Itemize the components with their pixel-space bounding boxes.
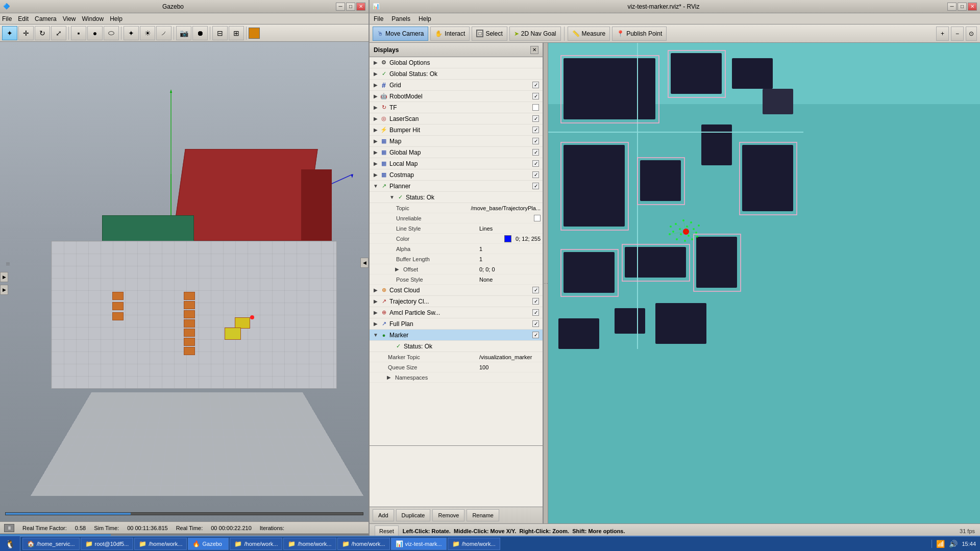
taskbar-item-5[interactable]: 📁 /home/work...: [283, 538, 336, 550]
gazebo-select-tool-btn[interactable]: ✦: [2, 26, 17, 40]
gazebo-snap-btn[interactable]: ⊞: [229, 26, 244, 40]
gazebo-sphere-btn[interactable]: ●: [87, 26, 103, 40]
rviz-map-viewport[interactable]: [548, 43, 980, 523]
zoom-out-btn[interactable]: −: [951, 27, 964, 41]
expand-fullplan[interactable]: ▶: [372, 320, 380, 328]
tree-item-global-options[interactable]: ▶ ⚙ Global Options: [370, 57, 543, 68]
pause-btn[interactable]: ⏸: [4, 524, 14, 532]
gazebo-box-btn[interactable]: ▪: [71, 26, 86, 40]
tree-item-localmap[interactable]: ▶ ▦ Local Map ✓: [370, 158, 543, 169]
tree-item-globalmap[interactable]: ▶ ▦ Global Map ✓: [370, 147, 543, 158]
taskbar-item-1[interactable]: 📁 root@10df5...: [81, 538, 134, 550]
reset-btn[interactable]: Reset: [375, 525, 399, 537]
rviz-menu-file[interactable]: File: [374, 15, 383, 22]
expand-amcl[interactable]: ▶: [372, 309, 380, 317]
taskbar-item-4[interactable]: 📁 /home/work...: [230, 538, 282, 550]
planner-checkbox[interactable]: ✓: [532, 183, 539, 189]
grid-checkbox[interactable]: ✓: [532, 82, 539, 88]
remove-display-btn[interactable]: Remove: [432, 509, 464, 521]
marker-status[interactable]: ✓ Status: Ok: [370, 341, 543, 352]
expand-marker-status[interactable]: [388, 342, 394, 350]
tree-item-marker[interactable]: ▼ ● Marker ✓: [370, 330, 543, 341]
fit-view-btn[interactable]: ⊙: [966, 27, 977, 41]
expand-laserscan[interactable]: ▶: [372, 115, 380, 123]
gazebo-color-picker[interactable]: [249, 28, 260, 39]
collapse-left-btn[interactable]: ◀: [360, 258, 369, 268]
tree-item-global-status[interactable]: ▶ ✓ Global Status: Ok: [370, 68, 543, 80]
move-camera-btn[interactable]: 🖱 Move Camera: [373, 27, 428, 41]
color-swatch[interactable]: [504, 235, 511, 242]
expand-global-status[interactable]: ▶: [372, 70, 380, 78]
expand-trajectory[interactable]: ▶: [372, 297, 380, 306]
gazebo-align-btn[interactable]: ⊟: [212, 26, 228, 40]
tree-item-map[interactable]: ▶ ▦ Map ✓: [370, 136, 543, 147]
laserscan-checkbox[interactable]: ✓: [532, 115, 539, 122]
expand-global-options[interactable]: ▶: [372, 59, 380, 67]
globalmap-checkbox[interactable]: ✓: [532, 149, 539, 156]
tree-item-robotmodel[interactable]: ▶ 🤖 RobotModel ✓: [370, 91, 543, 102]
expand-offset[interactable]: ▶: [393, 265, 401, 273]
expand-left-btn2[interactable]: ▶: [0, 285, 8, 295]
duplicate-display-btn[interactable]: Duplicate: [396, 509, 431, 521]
tree-item-costmap[interactable]: ▶ ▦ Costmap ✓: [370, 169, 543, 181]
tree-item-bumperhit[interactable]: ▶ ⚡ Bumper Hit ✓: [370, 124, 543, 136]
gazebo-directional-btn[interactable]: ⟋: [156, 26, 172, 40]
taskbar-item-3[interactable]: 🔥 Gazebo: [188, 538, 229, 550]
expand-bumperhit[interactable]: ▶: [372, 126, 380, 134]
localmap-checkbox[interactable]: ✓: [532, 160, 539, 167]
expand-map[interactable]: ▶: [372, 137, 380, 145]
expand-globalmap[interactable]: ▶: [372, 148, 380, 157]
select-btn[interactable]: □ Select: [472, 27, 507, 41]
rviz-close-btn[interactable]: ✕: [968, 3, 977, 11]
expand-left-btn[interactable]: ▶: [0, 272, 8, 282]
zoom-in-btn[interactable]: +: [936, 27, 949, 41]
gazebo-menu-edit[interactable]: Edit: [18, 15, 29, 22]
gazebo-screenshot-btn[interactable]: 📷: [176, 26, 191, 40]
gazebo-viewport[interactable]: ◀ ▶ ▶ ||| ⤡: [0, 42, 369, 521]
nav-goal-btn[interactable]: ➤ 2D Nav Goal: [509, 27, 561, 41]
amcl-checkbox[interactable]: ✓: [532, 309, 539, 316]
robotmodel-checkbox[interactable]: ✓: [532, 93, 539, 99]
resize-handle[interactable]: ⤡: [363, 515, 368, 520]
gazebo-menu-camera[interactable]: Camera: [35, 15, 57, 22]
expand-planner[interactable]: ▼: [372, 182, 380, 190]
taskbar-item-2[interactable]: 📁 /home/work...: [134, 538, 187, 550]
gazebo-sun-btn[interactable]: ☀: [140, 26, 155, 40]
unreliable-checkbox[interactable]: [534, 215, 541, 221]
tree-item-amcl[interactable]: ▶ ⊕ Amcl Particle Sw... ✓: [370, 307, 543, 318]
gazebo-light-btn[interactable]: ✦: [124, 26, 139, 40]
taskbar-item-8[interactable]: 📁 /home/work...: [448, 538, 500, 550]
costmap-checkbox[interactable]: ✓: [532, 171, 539, 178]
gazebo-maximize-btn[interactable]: □: [346, 3, 355, 11]
gazebo-cylinder-btn[interactable]: ⬭: [104, 26, 119, 40]
fullplan-checkbox[interactable]: ✓: [532, 320, 539, 327]
gazebo-translate-tool-btn[interactable]: ✛: [18, 26, 34, 40]
expand-robotmodel[interactable]: ▶: [372, 92, 380, 101]
expand-tf[interactable]: ▶: [372, 104, 380, 112]
tree-item-fullplan[interactable]: ▶ ↗ Full Plan ✓: [370, 318, 543, 330]
gazebo-menu-help[interactable]: Help: [110, 15, 122, 22]
tf-checkbox[interactable]: [532, 104, 539, 111]
expand-costmap[interactable]: ▶: [372, 171, 380, 179]
gazebo-minimize-btn[interactable]: ─: [336, 3, 345, 11]
expand-namespaces[interactable]: ▶: [385, 373, 393, 382]
expand-grid[interactable]: ▶: [372, 81, 380, 89]
tree-item-trajectory[interactable]: ▶ ↗ Trajectory Cl... ✓: [370, 296, 543, 307]
panel-resize-handle[interactable]: ⋮: [543, 43, 548, 523]
interact-btn[interactable]: ✋ Interact: [430, 27, 470, 41]
displays-close-btn[interactable]: ✕: [530, 46, 538, 54]
rviz-menu-help[interactable]: Help: [419, 15, 431, 22]
taskbar-item-7[interactable]: 📊 viz-test-mark...: [391, 538, 447, 550]
taskbar-item-0[interactable]: 🏠 /home_servic...: [22, 538, 80, 550]
trajectory-checkbox[interactable]: ✓: [532, 298, 539, 305]
expand-marker[interactable]: ▼: [372, 331, 380, 339]
gazebo-menu-file[interactable]: File: [2, 15, 12, 22]
bumperhit-checkbox[interactable]: ✓: [532, 127, 539, 133]
gazebo-menu-view[interactable]: View: [63, 15, 76, 22]
taskbar-item-6[interactable]: 📁 /home/work...: [337, 538, 390, 550]
tree-item-laserscan[interactable]: ▶ ◎ LaserScan ✓: [370, 113, 543, 124]
expand-costcloud[interactable]: ▶: [372, 286, 380, 294]
rviz-maximize-btn[interactable]: □: [958, 3, 967, 11]
rviz-minimize-btn[interactable]: ─: [947, 3, 957, 11]
expand-planner-status[interactable]: ▼: [388, 193, 396, 202]
